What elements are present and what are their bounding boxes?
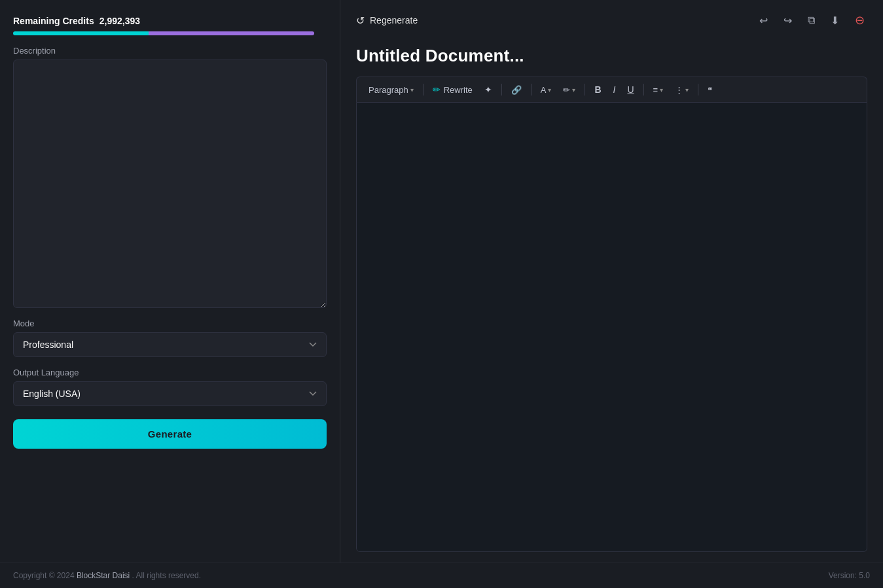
paragraph-chevron: ▾ (410, 86, 414, 94)
copy-button[interactable]: ⧉ (805, 12, 818, 29)
regenerate-label: Regenerate (370, 15, 418, 26)
redo-icon: ↪ (784, 14, 792, 27)
bold-button[interactable]: B (590, 82, 605, 97)
progress-bar-track (13, 31, 314, 35)
font-icon: A (541, 85, 547, 95)
footer-rights: . All rights reserved. (132, 571, 201, 580)
font-chevron: ▾ (548, 86, 551, 94)
download-icon: ⬇ (831, 14, 839, 27)
editor-container: Paragraph ▾ ✏ Rewrite ✦ 🔗 A (356, 77, 867, 552)
sparkle-icon: ✦ (484, 84, 492, 95)
undo-icon: ↩ (759, 14, 768, 27)
credits-value: 2,992,393 (99, 16, 140, 26)
underline-icon: U (627, 84, 634, 95)
rewrite-button[interactable]: ✏ Rewrite (429, 82, 477, 97)
paragraph-label: Paragraph (369, 85, 408, 95)
highlight-icon: ✏ (563, 85, 570, 95)
unordered-list-icon: ≡ (653, 85, 658, 95)
link-button[interactable]: 🔗 (507, 83, 526, 97)
sparkle-button[interactable]: ✦ (480, 82, 496, 97)
generate-button[interactable]: Generate (13, 419, 327, 449)
copy-icon: ⧉ (808, 14, 815, 26)
minus-button[interactable]: ⊖ (852, 10, 867, 30)
description-textarea[interactable] (13, 60, 327, 308)
ordered-list-icon: ⋮ (675, 85, 683, 95)
quote-icon: ❝ (708, 85, 712, 95)
italic-button[interactable]: I (609, 82, 620, 97)
unordered-list-button[interactable]: ≡ ▾ (649, 83, 668, 97)
font-color-button[interactable]: A ▾ (537, 83, 556, 97)
redo-button[interactable]: ↪ (781, 12, 795, 29)
pencil-icon: ✏ (433, 84, 441, 95)
toolbar-divider-1 (423, 84, 423, 95)
highlight-button[interactable]: ✏ ▾ (559, 83, 579, 97)
output-language-select[interactable]: English (USA) English (UK) Spanish Frenc… (13, 381, 327, 406)
regenerate-button[interactable]: ↺ Regenerate (356, 14, 418, 27)
footer-brand: BlockStar Daisi (77, 571, 130, 580)
footer-version: Version: 5.0 (829, 571, 870, 580)
rewrite-label: Rewrite (444, 85, 473, 95)
bold-icon: B (594, 84, 601, 95)
underline-button[interactable]: U (623, 82, 638, 97)
output-language-section: Output Language English (USA) English (U… (13, 368, 327, 406)
ordered-list-button[interactable]: ⋮ ▾ (671, 83, 693, 97)
output-language-label: Output Language (13, 368, 327, 377)
right-panel: ↺ Regenerate ↩ ↪ ⧉ ⬇ ⊖ (340, 0, 883, 562)
toolbar-divider-5 (643, 84, 644, 95)
toolbar-divider-6 (698, 84, 698, 95)
undo-button[interactable]: ↩ (757, 12, 770, 29)
credits-label: Remaining Credits (13, 16, 94, 26)
unordered-list-chevron: ▾ (660, 86, 663, 94)
toolbar-divider-3 (531, 84, 532, 95)
top-toolbar: ↺ Regenerate ↩ ↪ ⧉ ⬇ ⊖ (356, 10, 867, 35)
download-button[interactable]: ⬇ (828, 12, 842, 29)
mode-label: Mode (13, 319, 327, 328)
top-right-icons: ↩ ↪ ⧉ ⬇ ⊖ (757, 10, 867, 30)
mode-select[interactable]: Professional Casual Formal Creative Acad… (13, 332, 327, 357)
footer-copyright: Copyright © 2024 BlockStar Daisi . All r… (13, 571, 201, 580)
toolbar-divider-4 (585, 84, 585, 95)
editor-area[interactable] (356, 102, 867, 552)
italic-icon: I (613, 84, 616, 95)
toolbar-divider-2 (501, 84, 502, 95)
highlight-chevron: ▾ (572, 86, 575, 94)
progress-bar-container (13, 31, 327, 35)
description-label: Description (13, 46, 327, 56)
left-panel: Remaining Credits 2,992,393 Description … (0, 0, 340, 562)
document-title: Untitled Document... (356, 46, 867, 66)
footer: Copyright © 2024 BlockStar Daisi . All r… (0, 562, 883, 588)
regenerate-icon: ↺ (356, 14, 365, 27)
paragraph-select[interactable]: Paragraph ▾ (365, 83, 418, 97)
description-section: Description (13, 46, 327, 308)
ordered-list-chevron: ▾ (685, 86, 689, 94)
copyright-text: Copyright © 2024 (13, 571, 75, 580)
credits-section: Remaining Credits 2,992,393 (13, 16, 327, 35)
mode-section: Mode Professional Casual Formal Creative… (13, 319, 327, 357)
minus-icon: ⊖ (855, 13, 865, 27)
editor-toolbar: Paragraph ▾ ✏ Rewrite ✦ 🔗 A (356, 77, 867, 102)
quote-button[interactable]: ❝ (704, 83, 716, 97)
link-icon: 🔗 (511, 85, 522, 95)
